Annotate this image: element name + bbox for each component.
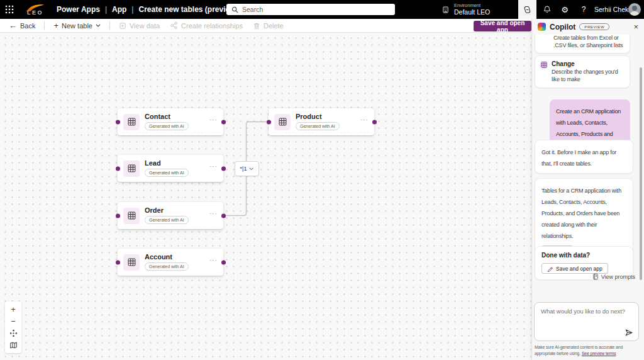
notifications-button[interactable] <box>540 0 555 19</box>
connection-point-left[interactable] <box>116 120 120 124</box>
back-label: Back <box>20 22 35 30</box>
done-button-label: Save and open app <box>556 266 602 272</box>
environment-label: Environment <box>454 3 490 9</box>
connection-point-left[interactable] <box>116 260 120 264</box>
table-icon <box>123 114 140 130</box>
close-icon[interactable]: × <box>633 23 638 31</box>
help-icon: ? <box>582 5 586 14</box>
create-relationships-label: Create relationships <box>181 22 243 30</box>
panel-scrollbar[interactable] <box>640 67 642 280</box>
back-button[interactable]: ← Back <box>4 19 40 32</box>
table-icon <box>123 160 140 177</box>
breadcrumb-power-apps[interactable]: Power Apps <box>57 5 100 14</box>
fit-view-button[interactable] <box>5 327 21 339</box>
table-card-lead[interactable]: Lead Generated with AI ··· <box>118 155 223 182</box>
connection-point-right[interactable] <box>221 120 226 124</box>
suggestion-card-import[interactable]: Create tables from Excel or .CSV files, … <box>535 35 630 53</box>
bell-icon <box>543 5 552 14</box>
cardinality-text: *|1 <box>240 166 247 172</box>
copilot-legal-footer: Make sure AI-generated content is accura… <box>535 344 640 357</box>
avatar[interactable] <box>628 3 641 16</box>
settings-button[interactable]: ⚙ <box>557 0 572 19</box>
table-card-text: Lead Generated with AI <box>145 160 189 177</box>
search-icon <box>231 6 238 13</box>
connection-point-right[interactable] <box>221 166 226 171</box>
table-card-account[interactable]: Account Generated with AI ··· <box>118 249 223 276</box>
avatar-body <box>630 11 639 16</box>
view-prompts-button[interactable]: View prompts <box>592 273 635 280</box>
environment-icon <box>441 6 450 14</box>
chevron-down-icon <box>249 167 253 171</box>
connection-point-right[interactable] <box>221 213 226 218</box>
trash-icon <box>253 22 260 30</box>
prompt-book-icon <box>592 273 599 280</box>
table-name: Product <box>296 113 322 120</box>
save-and-open-app-secondary-button[interactable]: Save and open app <box>541 263 608 274</box>
environment-name: Default LEO <box>454 8 490 16</box>
breadcrumb-app[interactable]: App <box>112 5 126 14</box>
more-options-icon[interactable]: ··· <box>209 214 218 218</box>
table-card-order[interactable]: Order Generated with AI ··· <box>118 202 223 229</box>
view-prompts-label: View prompts <box>601 274 635 280</box>
change-card-description: Describe the changes you'd like to make <box>552 68 625 83</box>
table-card-product[interactable]: Product Generated with AI ··· <box>269 108 374 135</box>
suggestion-card-change[interactable]: Change Describe the changes you'd like t… <box>535 55 630 88</box>
table-name: Order <box>145 207 164 214</box>
copilot-title: Copilot <box>550 23 575 31</box>
app-launcher-waffle-icon[interactable] <box>0 0 19 19</box>
table-card-contact[interactable]: Contact Generated with AI ··· <box>118 108 223 135</box>
plus-icon: + <box>53 21 58 30</box>
table-designer-canvas[interactable]: Contact Generated with AI ··· Lead Gener… <box>0 33 531 360</box>
relationship-cardinality-label[interactable]: *|1 <box>235 161 259 176</box>
copilot-prompt-input[interactable] <box>535 303 638 340</box>
create-relationships-button[interactable]: Create relationships <box>165 19 248 32</box>
send-icon <box>625 329 633 337</box>
pencil-icon <box>547 266 553 272</box>
table-name: Lead <box>145 160 161 167</box>
generated-with-ai-badge: Generated with AI <box>145 262 189 271</box>
more-options-icon[interactable]: ··· <box>209 120 218 124</box>
change-card-text: Change Describe the changes you'd like t… <box>552 60 625 83</box>
more-options-icon[interactable]: ··· <box>360 120 369 124</box>
connection-point-right[interactable] <box>221 260 226 264</box>
canvas-zoom-controls: + − <box>5 301 21 353</box>
preview-terms-link[interactable]: See preview terms <box>582 351 616 356</box>
leo-logo-text: LEO <box>27 10 43 16</box>
connection-point-left[interactable] <box>267 120 271 124</box>
minimap-button[interactable] <box>5 339 21 351</box>
more-options-icon[interactable]: ··· <box>209 261 218 264</box>
zoom-in-button[interactable]: + <box>5 303 21 315</box>
new-table-button[interactable]: + New table <box>48 19 106 32</box>
copilot-toggle-button[interactable] <box>518 0 536 19</box>
copilot-header: Copilot PREVIEW × <box>532 19 644 35</box>
relationship-connector-line <box>0 33 531 360</box>
generated-with-ai-badge: Generated with AI <box>145 122 189 130</box>
view-data-button[interactable]: View data <box>114 19 165 32</box>
table-card-text: Order Generated with AI <box>145 207 189 224</box>
more-options-icon[interactable]: ··· <box>209 167 218 171</box>
power-apps-create-tables-screen: LEO Power Apps | App | Create new tables… <box>0 0 644 360</box>
bot-result-text: Tables for a CRM application with Leads,… <box>541 188 621 239</box>
search-input[interactable]: Search <box>226 4 395 15</box>
copilot-logo-icon <box>538 23 546 31</box>
table-card-text: Contact Generated with AI <box>145 113 189 130</box>
leo-logo: LEO <box>19 4 52 16</box>
connection-point-right[interactable] <box>372 120 377 124</box>
avatar-head <box>632 6 637 11</box>
breadcrumb-page-title: Create new tables (preview) <box>138 5 238 14</box>
help-button[interactable]: ? <box>576 0 591 19</box>
view-data-label: View data <box>130 22 160 30</box>
done-card-title: Done with data? <box>541 252 626 259</box>
table-card-text: Account Generated with AI <box>145 254 189 271</box>
connection-point-left[interactable] <box>116 166 120 171</box>
connection-point-left[interactable] <box>116 213 120 218</box>
save-and-open-app-button[interactable]: Save and open app <box>474 21 531 31</box>
environment-picker[interactable]: Environment Default LEO <box>441 0 490 19</box>
copilot-message-list[interactable]: Create tables from Excel or .CSV files, … <box>532 35 640 299</box>
send-button[interactable] <box>625 329 633 337</box>
delete-button[interactable]: Delete <box>248 19 289 32</box>
preview-badge: PREVIEW <box>579 23 609 30</box>
zoom-out-button[interactable]: − <box>5 315 21 327</box>
table-icon <box>123 208 140 224</box>
table-icon <box>123 254 140 271</box>
